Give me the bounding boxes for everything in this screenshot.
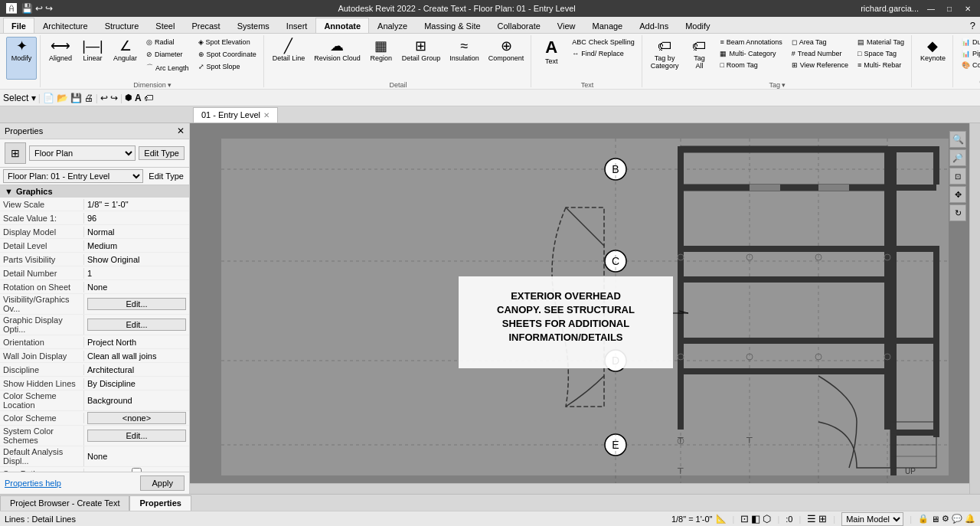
tag-by-category-btn[interactable]: 🏷 Tag byCategory xyxy=(647,37,683,80)
tag-all-btn[interactable]: 🏷 TagAll xyxy=(684,37,714,80)
properties-tab[interactable]: Properties xyxy=(129,495,191,511)
find-replace-btn[interactable]: ↔ Find/ Replace xyxy=(568,48,639,59)
zoom-fit-btn[interactable]: ⊡ xyxy=(949,168,966,185)
tab-steel[interactable]: Steel xyxy=(147,18,183,33)
detail-line-btn[interactable]: ╱ Detail Line xyxy=(269,37,309,80)
close-btn[interactable]: ✕ xyxy=(962,3,974,14)
status-icon-3[interactable]: ⚙ xyxy=(942,514,949,524)
material-tag-btn[interactable]: ▤ Material Tag xyxy=(854,37,908,47)
tread-number-btn[interactable]: # Tread Number xyxy=(788,48,852,59)
component-btn[interactable]: ⊕ Component xyxy=(485,37,528,80)
text-btn[interactable]: A Text xyxy=(536,37,567,80)
system-color-btn[interactable]: Edit... xyxy=(84,429,189,443)
spot-elevation-btn[interactable]: ◈ Spot Elevation xyxy=(194,37,260,47)
edit-type-btn[interactable]: Edit Type xyxy=(139,146,185,160)
angular-btn[interactable]: ∠ Angular xyxy=(109,37,141,80)
view-icon-2[interactable]: ◧ xyxy=(751,513,760,524)
zoom-in-btn[interactable]: 🔍 xyxy=(949,131,966,148)
tab-massing-site[interactable]: Massing & Site xyxy=(416,18,488,33)
doc-tab-close[interactable]: ✕ xyxy=(263,111,270,119)
parts-visibility-value[interactable]: Show Original xyxy=(84,254,189,265)
wall-join-value[interactable]: Clean all wall joins xyxy=(84,351,189,361)
aligned-btn[interactable]: ⟷ Aligned xyxy=(45,37,76,80)
keynote-btn[interactable]: ◆ Keynote xyxy=(916,37,949,80)
check-spelling-btn[interactable]: ABC Check Spelling xyxy=(568,37,639,47)
scale-value-value[interactable]: 96 xyxy=(84,213,189,224)
radial-btn[interactable]: ◎ Radial xyxy=(142,37,193,47)
canvas-area[interactable]: B C D E xyxy=(190,123,980,494)
toolbar-new[interactable]: 📄 xyxy=(43,93,54,103)
tab-annotate[interactable]: Annotate xyxy=(315,18,369,33)
pan-btn[interactable]: ✥ xyxy=(949,186,966,203)
tab-view[interactable]: View xyxy=(549,18,584,33)
visibility-graphics-btn[interactable]: Edit... xyxy=(84,297,189,311)
status-icon-4[interactable]: 💬 xyxy=(952,514,962,524)
doc-tab-entry-level[interactable]: 01 - Entry Level ✕ xyxy=(193,107,278,123)
color-scheme-location-value[interactable]: Background xyxy=(84,395,189,406)
tab-addins[interactable]: Add-Ins xyxy=(631,18,677,33)
detail-group-btn[interactable]: ⊞ Detail Group xyxy=(398,37,445,80)
status-icon-5[interactable]: 🔔 xyxy=(965,514,975,524)
toolbar-tag[interactable]: 🏷 xyxy=(144,93,153,103)
tab-systems[interactable]: Systems xyxy=(229,18,278,33)
undo-btn[interactable]: ↩ xyxy=(35,3,43,14)
toolbar-open[interactable]: 📂 xyxy=(57,93,68,103)
linear-btn[interactable]: |—| Linear xyxy=(77,37,108,80)
detail-level-value[interactable]: Medium xyxy=(84,240,189,251)
toolbar-redo[interactable]: ↪ xyxy=(110,93,118,103)
toolbar-save[interactable]: 💾 xyxy=(70,93,82,103)
toolbar-measure[interactable]: ⬢ xyxy=(125,93,132,103)
display-model-value[interactable]: Normal xyxy=(84,227,189,237)
toolbar-undo[interactable]: ↩ xyxy=(100,93,108,103)
tab-collaborate[interactable]: Collaborate xyxy=(489,18,549,33)
tab-analyze[interactable]: Analyze xyxy=(369,18,416,33)
tab-structure[interactable]: Structure xyxy=(96,18,148,33)
arc-length-btn[interactable]: ⌒ Arc Length xyxy=(142,61,193,74)
project-browser-tab[interactable]: Project Browser - Create Text xyxy=(0,495,129,511)
insulation-btn[interactable]: ≈ Insulation xyxy=(446,37,483,80)
constraint-dropdown[interactable]: Floor Plan: 01 - Entry Level xyxy=(3,169,143,183)
toolbar-select[interactable]: Select ▾ xyxy=(3,93,36,103)
zoom-out-btn[interactable]: 🔎 xyxy=(949,149,966,166)
toolbar-text[interactable]: A xyxy=(135,93,142,103)
multi-category-btn[interactable]: ▦ Multi- Category xyxy=(716,48,786,59)
system-color-edit-btn[interactable]: Edit... xyxy=(87,430,186,442)
status-icon-1[interactable]: 🔒 xyxy=(918,514,929,524)
maximize-btn[interactable]: □ xyxy=(943,3,956,14)
view-icon-3[interactable]: ⬡ xyxy=(763,513,771,524)
color-scheme-edit-btn[interactable]: <none> xyxy=(87,412,186,424)
area-tag-btn[interactable]: ◻ Area Tag xyxy=(788,37,852,47)
status-icon-2[interactable]: 🖥 xyxy=(931,515,939,524)
minimize-btn[interactable]: — xyxy=(925,3,937,14)
color-scheme-btn[interactable]: <none> xyxy=(84,411,189,425)
tab-file[interactable]: File xyxy=(3,18,34,33)
view-reference-btn[interactable]: ⊞ View Reference xyxy=(788,60,852,70)
visibility-edit-btn[interactable]: Edit... xyxy=(87,298,186,310)
beam-annotations-btn[interactable]: ≡ Beam Annotations xyxy=(716,37,786,47)
tab-architecture[interactable]: Architecture xyxy=(34,18,96,33)
room-tag-btn[interactable]: □ Room Tag xyxy=(716,60,786,70)
model-selector[interactable]: Main Model xyxy=(841,512,903,526)
tab-manage[interactable]: Manage xyxy=(583,18,631,33)
multi-rebar-btn[interactable]: ≡ Multi- Rebar xyxy=(854,60,908,70)
orbit-btn[interactable]: ↻ xyxy=(949,204,966,221)
properties-help-link[interactable]: Properties help xyxy=(5,479,61,488)
tab-insert[interactable]: Insert xyxy=(278,18,316,33)
orientation-value[interactable]: Project North xyxy=(84,337,189,348)
edit-type-small-btn[interactable]: Edit Type xyxy=(146,171,186,181)
space-tag-btn[interactable]: □ Space Tag xyxy=(854,48,908,59)
detail-number-value[interactable]: 1 xyxy=(84,268,189,279)
spot-slope-btn[interactable]: ⤢ Spot Slope xyxy=(194,61,260,72)
pipe-legend-btn[interactable]: 📊 Pipe Legend xyxy=(958,48,980,59)
ribbon-help-icon[interactable]: ? xyxy=(965,18,980,33)
apply-button[interactable]: Apply xyxy=(140,475,185,491)
show-hidden-lines-value[interactable]: By Discipline xyxy=(84,378,189,389)
view-icon-1[interactable]: ⊡ xyxy=(740,513,749,524)
tab-precast[interactable]: Precast xyxy=(183,18,228,33)
workset-icon[interactable]: ☰ xyxy=(807,513,816,524)
save-btn[interactable]: 💾 xyxy=(21,3,33,14)
spot-coordinate-btn[interactable]: ⊕ Spot Coordinate xyxy=(194,49,260,60)
color-fill-legend-btn[interactable]: 🎨 Color Fill Legend xyxy=(958,60,980,70)
duct-legend-btn[interactable]: 📊 Duct Legend xyxy=(958,37,980,47)
toolbar-print[interactable]: 🖨 xyxy=(84,93,93,103)
